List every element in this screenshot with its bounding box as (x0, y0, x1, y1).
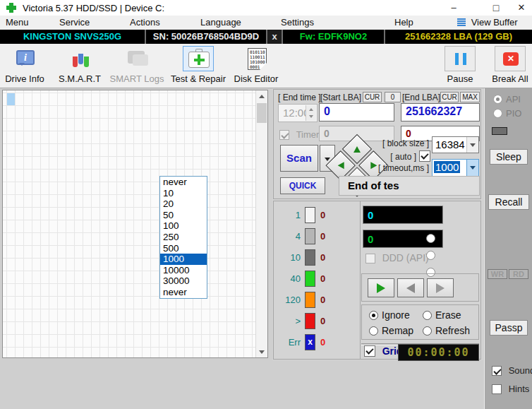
menu-item-service[interactable]: Service (59, 17, 90, 28)
combo-chevron-icon[interactable] (466, 137, 478, 153)
device-bar-close-button[interactable]: x (267, 30, 282, 44)
test-repair-button[interactable]: Test & Repair (168, 46, 229, 84)
victoria-window: Victoria 5.37 HDD/SSD | Device C: – □ ✕ … (0, 0, 532, 409)
close-button[interactable]: ✕ (509, 0, 532, 16)
radio-dot[interactable] (423, 326, 432, 336)
dropdown-option[interactable]: never (160, 287, 207, 298)
scan-button[interactable]: Scan (280, 145, 318, 172)
spinner-arrows-icon[interactable] (306, 105, 316, 121)
dropdown-option[interactable]: 100 (160, 220, 207, 232)
minimize-button[interactable]: – (442, 0, 466, 16)
scroll-thumb[interactable] (257, 103, 267, 123)
radio-dot[interactable] (423, 311, 432, 320)
buffer-list-icon (457, 18, 466, 26)
radio-remap[interactable]: Remap (369, 325, 413, 336)
timer-checkbox-box[interactable] (279, 130, 289, 140)
error-x-swatch: x (305, 334, 315, 350)
scan-surface (2, 90, 268, 358)
auto-checkbox[interactable] (419, 150, 430, 162)
panel-divider (360, 201, 361, 359)
end-lba-input[interactable]: 251662327 (401, 103, 480, 121)
timeout-combo[interactable]: 1000 (432, 159, 479, 177)
scroll-up-icon[interactable] (256, 90, 267, 102)
dropdown-option[interactable]: never (160, 177, 207, 188)
scan-scrollbar[interactable] (255, 90, 267, 357)
start-zero-button[interactable]: 0 (385, 92, 401, 102)
radio-dot (493, 95, 502, 104)
test-tubes-icon (64, 46, 95, 71)
wr-button: WR (488, 269, 507, 279)
timeout-label: [ timeout,ms ] (353, 163, 429, 173)
scroll-down-icon[interactable] (256, 346, 267, 357)
dropdown-option-selected[interactable]: 1000 (160, 254, 207, 265)
passp-button[interactable]: Passp (490, 320, 528, 336)
menu-item-language[interactable]: Language (200, 17, 241, 28)
dropdown-option[interactable]: 10000 (160, 265, 207, 276)
pause-button[interactable]: Pause (440, 46, 480, 84)
radio-dot[interactable] (369, 311, 378, 320)
disk-editor-button[interactable]: 010110 110011 101000 0001 Disk Editor (231, 46, 281, 84)
grid-checkbox-box[interactable] (364, 345, 375, 357)
auto-label: [ auto ] (356, 152, 416, 162)
menu-item-actions[interactable]: Actions (130, 17, 160, 28)
maximize-button[interactable]: □ (484, 0, 508, 16)
step-forward-button[interactable] (427, 278, 454, 297)
sound-checkbox[interactable]: Sound (492, 365, 532, 376)
radio-refresh[interactable]: Refresh (423, 325, 470, 336)
start-lba-input[interactable]: 0 (319, 103, 394, 121)
quick-button[interactable]: QUICK (280, 177, 325, 194)
end-cur-button[interactable]: CUR (440, 92, 459, 102)
elapsed-time-display: 00:00:00 (398, 344, 479, 361)
main-area: [ End time ] 12:00 Timer [Start LBA] CUR… (0, 88, 532, 360)
hidden-radio[interactable] (426, 251, 435, 260)
grid-checkbox[interactable]: Grid (364, 345, 402, 357)
end-max-button[interactable]: MAX (460, 92, 480, 102)
toolbar: i Drive Info S.M.A.R.T SMART Logs Test &… (0, 44, 532, 88)
radio-dot (493, 109, 502, 118)
dropdown-option[interactable]: 250 (160, 232, 207, 243)
dropdown-option[interactable]: 50 (160, 210, 207, 221)
drive-info-button[interactable]: i Drive Info (1, 46, 48, 84)
start-cur-button[interactable]: CUR (363, 92, 382, 102)
radio-dot[interactable] (369, 326, 378, 336)
block-grid (3, 90, 255, 357)
radio-ignore[interactable]: Ignore (369, 309, 410, 321)
radio-erase[interactable]: Erase (423, 309, 461, 321)
device-info-bar: KINGSTON SNVS250G SN: 50026B768504BD9D x… (0, 30, 532, 44)
speed-bucket-row: 100 (278, 249, 356, 266)
speed-bucket-row: 1200 (278, 292, 356, 309)
dropdown-option[interactable]: 30000 (160, 275, 207, 287)
combo-chevron-icon[interactable] (466, 160, 478, 176)
recall-button[interactable]: Recall (488, 194, 529, 210)
speed-color-swatch (305, 313, 315, 329)
block-size-label: [ block size ] (356, 138, 429, 148)
ddd-checkbox-box (365, 254, 375, 263)
dropdown-option[interactable]: 20 (160, 198, 207, 210)
window-title: Victoria 5.37 HDD/SSD | Device C: (23, 3, 164, 13)
sleep-button[interactable]: Sleep (490, 149, 528, 165)
break-all-button[interactable]: ✕ Break All (488, 46, 532, 84)
hints-checkbox-box[interactable] (492, 384, 502, 394)
play-icon (377, 283, 385, 293)
step-back-button[interactable] (397, 278, 424, 297)
menu-item-settings[interactable]: Settings (281, 17, 314, 28)
radio-api: API (493, 94, 521, 105)
sound-checkbox-box[interactable] (492, 366, 502, 376)
play-button[interactable] (368, 278, 394, 297)
rd-button: RD (509, 269, 528, 279)
dropdown-option[interactable]: 10 (160, 188, 207, 199)
timeout-dropdown-list: never 10 20 50 100 250 500 1000 10000 30… (159, 176, 207, 299)
hidden-radio[interactable] (426, 234, 435, 243)
menu-item-help[interactable]: Help (394, 17, 413, 28)
device-model: KINGSTON SNVS250G (0, 30, 145, 44)
block-size-combo[interactable]: 16384 (432, 136, 479, 153)
end-time-spinner[interactable]: 12:00 (278, 104, 318, 122)
smart-logs-button: SMART Logs (106, 46, 168, 84)
timer-checkbox[interactable]: Timer (279, 129, 319, 140)
smart-button[interactable]: S.M.A.R.T (56, 46, 103, 84)
speed-color-swatch (305, 228, 315, 244)
error-bucket-row: Errx0 (278, 334, 356, 351)
menu-item-menu[interactable]: Menu (6, 17, 29, 28)
dropdown-option[interactable]: 500 (160, 243, 207, 254)
hints-checkbox[interactable]: Hints (492, 384, 529, 394)
